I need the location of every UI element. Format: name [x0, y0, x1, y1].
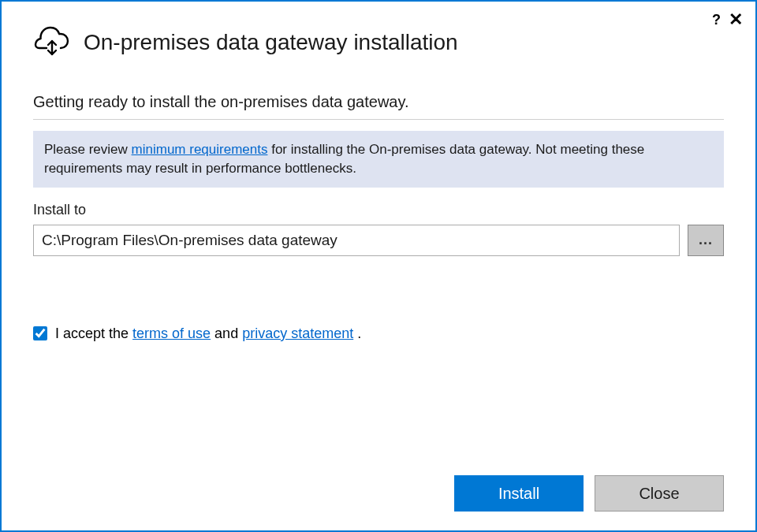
browse-button[interactable]: ...	[688, 225, 724, 256]
cloud-upload-icon	[33, 24, 71, 61]
page-title: On-premises data gateway installation	[84, 30, 458, 55]
terms-of-use-link[interactable]: terms of use	[132, 326, 211, 341]
privacy-statement-link[interactable]: privacy statement	[242, 326, 353, 341]
accept-row: I accept the terms of use and privacy st…	[33, 326, 724, 342]
accept-middle: and	[211, 326, 242, 341]
header: On-premises data gateway installation	[33, 24, 724, 61]
requirements-banner: Please review minimum requirements for i…	[33, 131, 724, 188]
close-button[interactable]: Close	[595, 475, 724, 512]
subtitle: Getting ready to install the on-premises…	[33, 93, 724, 120]
help-icon[interactable]: ?	[712, 12, 721, 28]
banner-prefix: Please review	[44, 142, 132, 157]
accept-prefix: I accept the	[55, 326, 132, 341]
install-button[interactable]: Install	[454, 475, 584, 512]
minimum-requirements-link[interactable]: minimum requirements	[132, 142, 268, 157]
install-to-label: Install to	[33, 202, 724, 218]
install-path-input[interactable]	[33, 225, 680, 256]
accept-checkbox[interactable]	[33, 326, 47, 340]
accept-suffix: .	[353, 326, 361, 341]
close-icon[interactable]: ✕	[729, 11, 743, 28]
